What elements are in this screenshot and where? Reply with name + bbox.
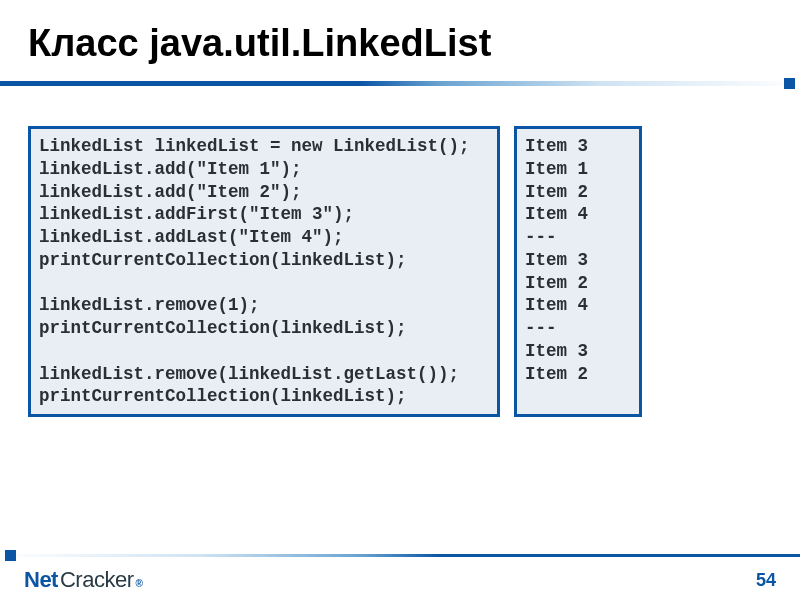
footer-bullet-icon — [5, 550, 16, 561]
title-divider — [0, 81, 800, 86]
page-title: Класс java.util.LinkedList — [0, 0, 800, 75]
output-block: Item 3 Item 1 Item 2 Item 4 --- Item 3 I… — [514, 126, 642, 417]
brand-reg: ® — [135, 578, 142, 589]
content-area: LinkedList linkedList = new LinkedList()… — [0, 86, 800, 417]
brand-net: Net — [24, 567, 58, 593]
slide: Класс java.util.LinkedList LinkedList li… — [0, 0, 800, 600]
divider-bullet-icon — [784, 78, 795, 89]
brand-logo: NetCracker® — [24, 567, 143, 593]
page-number: 54 — [756, 570, 776, 591]
footer: NetCracker® 54 — [0, 554, 800, 600]
footer-divider — [0, 554, 800, 557]
code-block: LinkedList linkedList = new LinkedList()… — [28, 126, 500, 417]
brand-cracker: Cracker — [60, 567, 134, 593]
